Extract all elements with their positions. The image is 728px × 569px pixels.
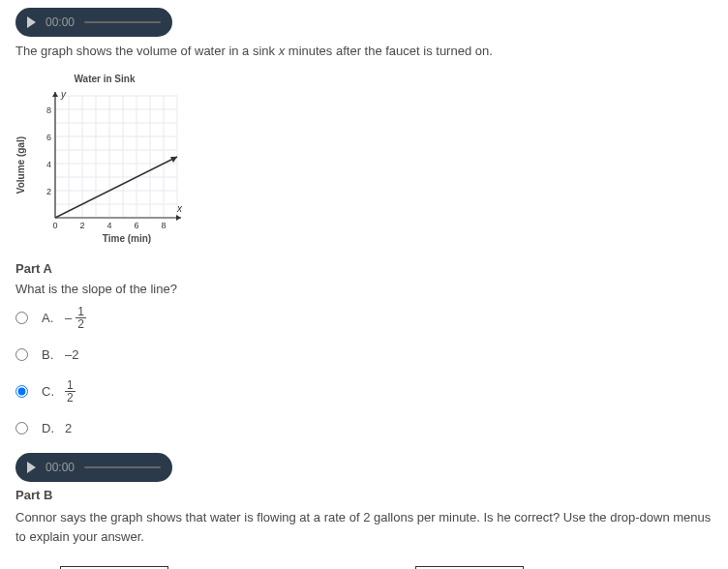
part-a-question: What is the slope of the line? (15, 282, 713, 296)
fraction-den: 2 (76, 318, 86, 330)
svg-text:6: 6 (134, 221, 138, 230)
chart-ylabel: Volume (gal) (15, 136, 26, 194)
audio-player-1[interactable]: 00:00 (15, 8, 172, 37)
audio-track[interactable] (84, 466, 161, 468)
svg-text:y: y (60, 89, 67, 100)
part-a-options: A. – 1 2 B. –2 C. 1 2 D. 2 (15, 306, 713, 435)
question-text: The graph shows the volume of water in a… (15, 43, 713, 60)
option-value: – 1 2 (65, 306, 86, 330)
chart-title: Water in Sink (27, 74, 182, 84)
audio-player-2[interactable]: 00:00 (15, 453, 172, 482)
part-a-header: Part A (15, 261, 713, 276)
audio-time: 00:00 (46, 15, 75, 29)
fraction: 1 2 (76, 306, 86, 330)
chart-xlabel: Time (min) (55, 233, 198, 244)
radio-d[interactable] (15, 422, 28, 434)
play-icon[interactable] (27, 462, 36, 473)
option-value: 1 2 (65, 379, 76, 404)
fraction: 1 2 (65, 379, 76, 404)
svg-rect-0 (55, 96, 177, 218)
radio-c[interactable] (15, 385, 28, 398)
part-b-prompt: Connor says the graph shows that water i… (15, 508, 713, 546)
option-letter: B. (42, 347, 55, 362)
question-prefix: The graph shows the volume of water in a… (15, 44, 279, 58)
play-icon[interactable] (27, 16, 36, 28)
radio-b[interactable] (15, 348, 28, 361)
svg-text:6: 6 (46, 133, 51, 142)
svg-text:x: x (176, 203, 183, 214)
question-suffix: minutes after the faucet is turned on. (285, 44, 493, 58)
fraction-den: 2 (65, 392, 76, 404)
option-d[interactable]: D. 2 (15, 421, 713, 435)
svg-text:8: 8 (46, 105, 51, 115)
part-b-header: Part B (15, 488, 713, 502)
chart: Water in Sink Volume (gal) (15, 74, 713, 244)
svg-marker-18 (176, 215, 181, 221)
svg-text:0: 0 (52, 221, 57, 230)
audio-time: 00:00 (46, 461, 75, 474)
svg-text:2: 2 (79, 221, 84, 230)
option-letter: D. (42, 421, 55, 435)
option-value: –2 (65, 347, 78, 362)
option-a[interactable]: A. – 1 2 (15, 306, 713, 330)
svg-text:4: 4 (106, 221, 111, 230)
svg-marker-20 (52, 92, 58, 97)
audio-track[interactable] (84, 21, 161, 23)
part-b-fill: Connor Choose... correct because the rat… (15, 561, 713, 569)
option-letter: A. (42, 311, 55, 325)
svg-text:4: 4 (46, 160, 51, 169)
chart-plot: 0 2 4 6 8 2 4 6 8 x y (30, 86, 185, 231)
option-c[interactable]: C. 1 2 (15, 379, 713, 404)
option-letter: C. (42, 384, 55, 399)
svg-text:8: 8 (161, 221, 166, 230)
svg-text:2: 2 (46, 187, 51, 196)
option-value: 2 (65, 421, 72, 435)
radio-a[interactable] (15, 312, 28, 324)
option-b[interactable]: B. –2 (15, 347, 713, 362)
minus-sign: – (65, 311, 72, 325)
